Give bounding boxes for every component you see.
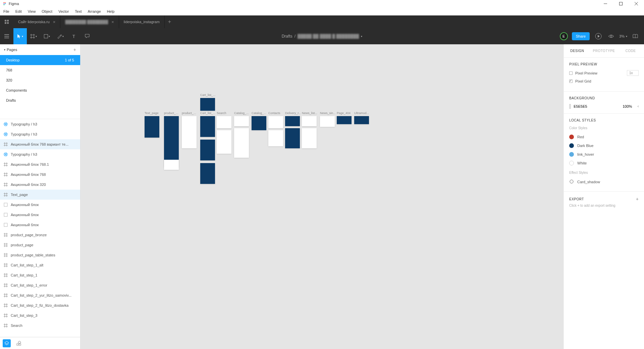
menu-object[interactable]: Object: [42, 9, 52, 13]
layer-item[interactable]: Акционный блок: [0, 200, 80, 210]
text-tool[interactable]: T: [67, 28, 80, 44]
move-tool[interactable]: ▾: [13, 28, 27, 44]
frame-tool[interactable]: ▾: [27, 28, 40, 44]
canvas-frame[interactable]: Search: [217, 116, 231, 128]
close-tab-icon[interactable]: ×: [111, 19, 114, 24]
canvas-frame[interactable]: Cart_list_...: [200, 98, 215, 111]
canvas-frame[interactable]: [200, 163, 215, 184]
file-tab[interactable]: ████████ ████████×: [60, 15, 119, 28]
layer-item[interactable]: product_page_bronze: [0, 230, 80, 240]
add-export-button[interactable]: +: [636, 196, 639, 202]
present-button[interactable]: [594, 28, 603, 44]
layer-item[interactable]: Search: [0, 320, 80, 331]
page-item[interactable]: Drafts: [0, 95, 80, 105]
menu-edit[interactable]: Edit: [15, 9, 22, 13]
page-item[interactable]: 320: [0, 75, 80, 85]
layer-item[interactable]: Typography / h3: [0, 129, 80, 139]
canvas-frame[interactable]: Text_page: [145, 116, 159, 138]
close-tab-icon[interactable]: ×: [53, 19, 56, 24]
layer-item[interactable]: Cart_list_step_3: [0, 310, 80, 320]
color-style-row[interactable]: link_hover: [569, 150, 639, 159]
menu-view[interactable]: View: [28, 9, 36, 13]
zoom-level[interactable]: 3%▾: [619, 34, 627, 38]
layer-item[interactable]: Text_page: [0, 190, 80, 200]
home-button[interactable]: [3, 18, 11, 26]
layer-item[interactable]: Typography / h3: [0, 119, 80, 129]
menu-file[interactable]: File: [3, 9, 9, 13]
color-style-row[interactable]: White: [569, 159, 639, 167]
layer-item[interactable]: Cart_list_step_1_alt: [0, 260, 80, 270]
share-button[interactable]: Share: [572, 32, 590, 40]
layer-item[interactable]: Акционный блок: [0, 210, 80, 220]
canvas-frame[interactable]: Catalog_...: [234, 116, 249, 126]
background-hex-input[interactable]: [574, 104, 620, 108]
effect-style-row[interactable]: Card_shadow: [569, 177, 639, 187]
page-item[interactable]: 768: [0, 65, 80, 75]
canvas-frame[interactable]: [268, 130, 283, 146]
window-minimize-button[interactable]: [598, 0, 613, 7]
page-item[interactable]: Desktop1 of 5: [0, 55, 80, 65]
layer-item[interactable]: Typography / h3: [0, 149, 80, 159]
canvas-frame[interactable]: News_sin...: [320, 116, 335, 127]
canvas-frame[interactable]: Cart_list_...: [200, 116, 215, 137]
file-tab[interactable]: liderpoiska_instagram: [119, 15, 165, 28]
canvas-frame[interactable]: [200, 140, 215, 160]
canvas-frame[interactable]: [234, 128, 249, 158]
canvas-frame[interactable]: Delivery_r...: [285, 116, 300, 126]
shape-tool[interactable]: ▾: [40, 28, 54, 44]
layer-item[interactable]: Акционный блок: [0, 220, 80, 230]
comment-tool[interactable]: [80, 28, 94, 44]
pixel-preview-scale[interactable]: 1x: [627, 70, 639, 76]
layer-item[interactable]: Cart_list_step_2_fiz_litzo_dostavka: [0, 300, 80, 310]
page-item[interactable]: Components: [0, 85, 80, 95]
canvas-frame[interactable]: [217, 130, 231, 154]
layer-item[interactable]: product_page: [0, 240, 80, 250]
menu-vector[interactable]: Vector: [58, 9, 69, 13]
properties-tab-code[interactable]: CODE: [617, 49, 644, 53]
properties-tab-design[interactable]: DESIGN: [564, 49, 591, 53]
canvas-frame[interactable]: Catalog_...: [252, 116, 266, 130]
properties-tab-prototype[interactable]: PROTOTYPE: [591, 49, 618, 53]
add-page-button[interactable]: +: [73, 47, 76, 52]
layer-item[interactable]: Акционный блок 320: [0, 180, 80, 190]
canvas-frame[interactable]: [285, 128, 300, 148]
pixel-grid-checkbox[interactable]: [569, 80, 573, 83]
canvas-frame[interactable]: Page_404: [337, 116, 352, 124]
layers-panel-toggle[interactable]: [3, 339, 11, 347]
menu-arrange[interactable]: Arrange: [88, 9, 101, 13]
view-settings-button[interactable]: [607, 28, 615, 44]
layer-item[interactable]: Акционный блок 768: [0, 169, 80, 180]
canvas-frame[interactable]: Contacts: [268, 116, 283, 128]
color-style-row[interactable]: Dark Blue: [569, 141, 639, 150]
window-maximize-button[interactable]: [613, 0, 629, 7]
layer-item[interactable]: Cart_list_step_1_error: [0, 280, 80, 290]
menu-help[interactable]: Help: [107, 9, 115, 13]
layer-item[interactable]: Cart_list_step_1: [0, 270, 80, 280]
window-close-button[interactable]: [629, 0, 644, 7]
assets-panel-toggle[interactable]: [15, 339, 23, 347]
main-menu-button[interactable]: [0, 28, 13, 44]
layer-item[interactable]: Cart_list_step_2_yur_litzo_samoviv...: [0, 290, 80, 300]
menu-text[interactable]: Text: [75, 9, 82, 13]
breadcrumb[interactable]: Drafts / █████ ██ ████ █ ████████ ▾: [282, 34, 363, 39]
file-tab[interactable]: Сайт liderpoiska.ru×: [13, 15, 60, 28]
canvas-frame[interactable]: product_...: [182, 116, 197, 148]
canvas-frame[interactable]: [302, 128, 317, 148]
canvas-frame[interactable]: News_list...: [302, 116, 317, 126]
background-opacity-input[interactable]: [623, 104, 635, 108]
new-tab-button[interactable]: +: [165, 19, 174, 25]
pixel-preview-checkbox[interactable]: [569, 71, 573, 75]
layer-item[interactable]: Акционный блок 768.1: [0, 159, 80, 169]
layer-item[interactable]: Акционный блок 768 вариант те...: [0, 139, 80, 149]
color-style-row[interactable]: Red: [569, 133, 639, 141]
canvas-frame[interactable]: Ultramod...: [354, 116, 369, 124]
layer-item[interactable]: product_page_table_states: [0, 250, 80, 260]
visibility-icon[interactable]: [637, 105, 639, 108]
canvas[interactable]: Cart_list_...Text_pageproduct_...product…: [80, 44, 564, 349]
user-avatar[interactable]: E: [560, 32, 568, 40]
canvas-frame[interactable]: [164, 160, 179, 170]
layers-list: Typography / h3Typography / h3Акционный …: [0, 119, 80, 337]
background-color-swatch[interactable]: [569, 104, 571, 109]
pen-tool[interactable]: ▾: [54, 28, 67, 44]
library-button[interactable]: [631, 28, 639, 44]
